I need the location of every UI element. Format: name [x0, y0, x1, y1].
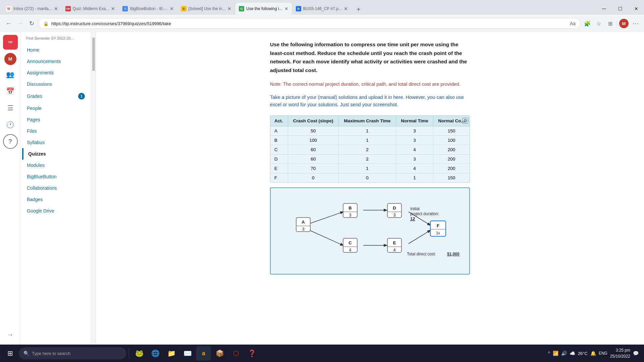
browser-menu-button[interactable]: ⋯: [631, 19, 640, 28]
favorites-icon[interactable]: ☆: [594, 19, 603, 28]
table-row-F: F 0 0 1 150: [270, 173, 470, 182]
sidebar-item-discussions[interactable]: Discussions: [22, 78, 90, 90]
rail-item-inbox[interactable]: ☰: [3, 101, 18, 115]
sidebar-item-quizzes[interactable]: Quizzes: [22, 148, 90, 160]
svg-line-5: [409, 230, 430, 244]
taskbar-app-dropbox[interactable]: 📦: [212, 346, 227, 361]
taskbar-app-help[interactable]: ❓: [245, 346, 259, 361]
tab-close-bus[interactable]: ✕: [344, 6, 348, 11]
rail-item-people[interactable]: 👥: [3, 67, 18, 82]
tab-close-use[interactable]: ✕: [284, 6, 288, 11]
tab-bbb[interactable]: B BigBlueButton - IE-... ✕: [119, 3, 177, 15]
svg-text:12: 12: [410, 216, 415, 221]
svg-text:Initial: Initial: [410, 206, 420, 211]
temperature-display: 26°C: [578, 351, 588, 356]
search-bar-placeholder: Type here to search: [32, 351, 70, 356]
volume-icon[interactable]: 🔊: [561, 351, 567, 356]
app-container: TIP M 👥 📅 ☰ 🕐 ? → First Semester SY 2022…: [0, 32, 644, 345]
extensions-icon[interactable]: 🧩: [583, 19, 592, 28]
search-bar[interactable]: 🔍 Type here to search: [19, 347, 126, 359]
rail-item-calendar[interactable]: 📅: [3, 84, 18, 99]
svg-text:B: B: [348, 205, 352, 210]
sidebar-item-collaborations[interactable]: Collaborations: [22, 182, 90, 194]
back-button[interactable]: ←: [4, 19, 13, 28]
sidebar-item-bigbluebutton[interactable]: BigBlueButton: [22, 171, 90, 182]
minimize-button[interactable]: ─: [596, 3, 612, 15]
sidebar-item-pages[interactable]: Pages: [22, 114, 90, 125]
sidebar-item-badges[interactable]: Badges: [22, 194, 90, 205]
taskbar-app-edge[interactable]: 🌐: [148, 346, 163, 361]
instruction-text: Take a picture of your (manual) solution…: [270, 94, 470, 109]
tab-solved[interactable]: S [Solved] Use the in... ✕: [178, 3, 235, 15]
svg-text:4: 4: [349, 248, 352, 252]
rail-item-collapse[interactable]: →: [3, 327, 18, 342]
tab-gmail[interactable]: M Inbox (272) - manfa... ✕: [3, 3, 61, 15]
col-max-crash: Maximum Crash Time: [338, 116, 396, 126]
sidebar-item-google-drive[interactable]: Google Drive: [22, 205, 90, 217]
address-bar[interactable]: 🔒 https://tip.instructure.com/courses/37…: [38, 18, 581, 29]
svg-text:3: 3: [349, 213, 352, 218]
svg-line-0: [310, 212, 343, 224]
sidebar-item-grades[interactable]: Grades 1: [22, 90, 90, 103]
sidebar-item-modules[interactable]: Modules: [22, 160, 90, 171]
canvas-logo[interactable]: TIP: [3, 35, 18, 50]
start-button[interactable]: ⊞: [3, 346, 17, 361]
rail-item-help[interactable]: ?: [3, 134, 18, 149]
tab-close-gmail[interactable]: ✕: [54, 6, 58, 11]
network-icon[interactable]: 📶: [553, 351, 558, 356]
taskbar-app-amazon[interactable]: a: [196, 346, 211, 361]
maximize-button[interactable]: ☐: [612, 3, 628, 15]
reader-mode-icon[interactable]: Aa: [570, 21, 576, 26]
sidebar-item-assignments[interactable]: Assignments: [22, 67, 90, 78]
taskbar: ⊞ 🔍 Type here to search 🐸 🌐 📁 ✉️ a 📦 ⬡ ❓…: [0, 345, 644, 362]
forward-button[interactable]: →: [15, 19, 25, 28]
weather-icon[interactable]: ☁️: [570, 351, 575, 356]
rail-item-history[interactable]: 🕐: [3, 117, 18, 132]
rail-avatar[interactable]: M: [4, 53, 16, 65]
tab-close-solved[interactable]: ✕: [227, 6, 231, 11]
sidebar-item-home[interactable]: Home: [22, 44, 90, 56]
action-center-icon[interactable]: 💬: [633, 351, 639, 356]
close-button[interactable]: ✕: [629, 3, 644, 15]
taskbar-app-folder[interactable]: 📁: [164, 346, 179, 361]
chevron-icon[interactable]: ^: [548, 351, 550, 356]
sidebar-item-syllabus[interactable]: Syllabus: [22, 137, 90, 148]
tab-close-quiz[interactable]: ✕: [111, 6, 115, 11]
new-tab-button[interactable]: +: [353, 4, 364, 15]
table-row-C: C 60 2 4 200: [270, 145, 470, 154]
tab-use-following[interactable]: G Use the following i... ✕: [235, 3, 291, 15]
favicon-bbb: B: [122, 6, 128, 11]
tab-bus[interactable]: B BUS5-146_CP #7.p... ✕: [292, 3, 351, 15]
divider: [617, 20, 617, 27]
svg-text:$1,000: $1,000: [447, 252, 460, 256]
svg-text:F: F: [437, 223, 439, 228]
collections-icon[interactable]: ⊞: [605, 19, 615, 28]
sidebar-scrollbar[interactable]: [91, 32, 96, 345]
settings-icon[interactable]: ⚙: [462, 118, 468, 124]
profile-button[interactable]: M: [619, 19, 629, 28]
taskbar-app-mail[interactable]: ✉️: [180, 346, 195, 361]
favicon-quiz: TIP: [65, 6, 71, 11]
col-act: Act.: [270, 116, 288, 126]
sidebar-item-files[interactable]: Files: [22, 125, 90, 137]
time-display: 3:25 pm: [610, 347, 630, 353]
svg-text:4: 4: [393, 248, 396, 252]
tab-close-bbb[interactable]: ✕: [170, 6, 174, 11]
table-row-D: D 60 2 3 200: [270, 154, 470, 164]
svg-text:1x: 1x: [436, 231, 440, 235]
address-bar-row: ← → ↻ 🔒 https://tip.instructure.com/cour…: [0, 15, 644, 32]
tab-label-gmail: Inbox (272) - manfa...: [13, 6, 52, 11]
favicon-solved: S: [181, 6, 186, 11]
system-tray: ^ 📶 🔊 ☁️ 26°C 🔔 ENG 3:25 pm 25/10/2022 💬: [545, 347, 641, 359]
sidebar-nav: Home Announcements Assignments Discussio…: [21, 44, 91, 217]
scrollbar-thumb[interactable]: [92, 38, 95, 71]
time-date-display[interactable]: 3:25 pm 25/10/2022: [610, 347, 630, 359]
refresh-button[interactable]: ↻: [27, 19, 36, 28]
sidebar-item-people[interactable]: People: [22, 103, 90, 114]
sidebar-item-announcements[interactable]: Announcements: [22, 56, 90, 67]
tab-quiz[interactable]: TIP Quiz: Midterm Exa... ✕: [62, 3, 119, 15]
taskbar-app-file-explorer[interactable]: 🐸: [132, 346, 147, 361]
taskbar-app-office[interactable]: ⬡: [228, 346, 243, 361]
notifications-icon[interactable]: 🔔: [590, 351, 596, 356]
tab-label-bus: BUS5-146_CP #7.p...: [303, 6, 342, 11]
